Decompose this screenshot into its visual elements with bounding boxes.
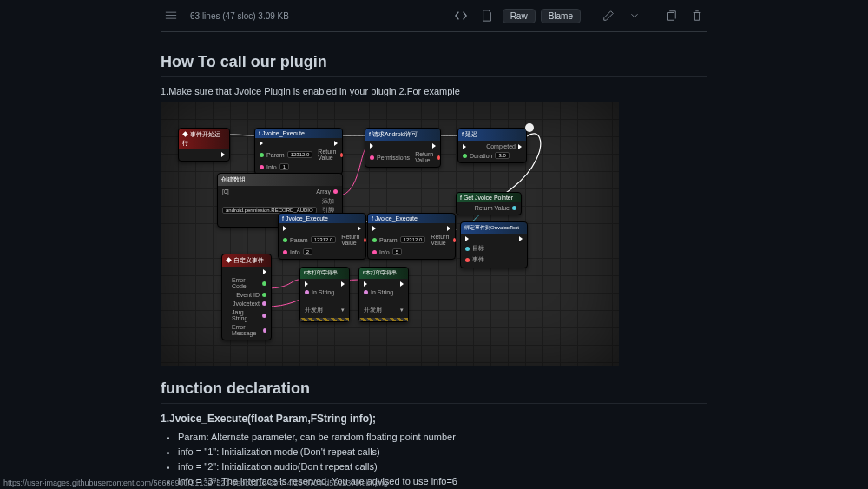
node-jvoice-exec-3: f Jvoice_Execute: [368, 214, 455, 223]
delete-icon[interactable]: [687, 5, 707, 26]
list-item: info = "2": Initialization audio(Don't r…: [178, 461, 707, 472]
reroute-node: [525, 123, 534, 132]
list-icon[interactable]: [161, 5, 181, 26]
code-icon[interactable]: [450, 5, 471, 26]
list-item: info = "1": Initialization model(Don't r…: [178, 446, 707, 457]
list-item: Param: Alternate parameter, can be rando…: [178, 432, 707, 442]
heading-func-decl: function declaration: [161, 380, 707, 404]
file-toolbar: 63 lines (47 sloc) 3.09 KB Raw Blame: [161, 0, 707, 32]
raw-button[interactable]: Raw: [503, 9, 536, 23]
node-get-pointer: f Get Jvoice Pointer: [457, 193, 521, 202]
file-info: 63 lines (47 sloc) 3.09 KB: [190, 11, 289, 21]
status-bar-url: https://user-images.githubusercontent.co…: [0, 477, 391, 489]
node-event-begin: ◆ 事件开始运行: [179, 129, 229, 149]
dropdown-icon[interactable]: [624, 5, 645, 26]
blame-button[interactable]: Blame: [541, 9, 581, 23]
heading-how-to: How To call our plugin: [161, 53, 707, 77]
edit-icon[interactable]: [598, 5, 619, 26]
node-jvoice-exec-1: f Jvoice_Execute: [255, 129, 342, 138]
node-jvoice-exec-2: f Jvoice_Execute: [279, 214, 365, 223]
node-delay: f 延迟: [458, 129, 526, 141]
node-custom-event: ◆ 自定义事件: [222, 254, 271, 267]
func-signature: 1.Jvoice_Execute(float Param,FString inf…: [161, 413, 707, 425]
node-print-2: f 本打印字符串: [359, 268, 408, 279]
node-make-array: 创建数组: [218, 174, 342, 186]
copy-icon[interactable]: [661, 5, 681, 26]
file-icon[interactable]: [477, 5, 497, 26]
blueprint-image: ◆ 事件开始运行 f Jvoice_Execute Param12312.0Re…: [161, 102, 619, 366]
intro-text: 1.Make sure that Jvoice Plugin is enable…: [161, 86, 707, 96]
node-android-perm: f 请求Android许可: [365, 129, 440, 141]
node-print-1: f 本打印字符串: [300, 268, 349, 279]
node-bind-event: 绑定事件到OnvoiceText: [461, 222, 527, 234]
